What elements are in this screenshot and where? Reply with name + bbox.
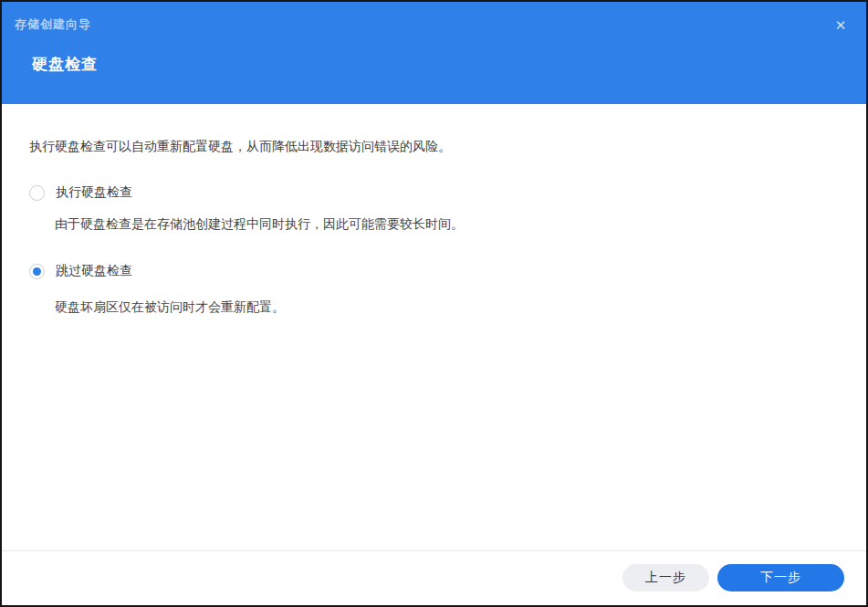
radio-option-description: 由于硬盘检查是在存储池创建过程中同时执行，因此可能需要较长时间。 (55, 215, 839, 233)
radio-option-description: 硬盘坏扇区仅在被访问时才会重新配置。 (55, 298, 839, 316)
back-button[interactable]: 上一步 (622, 564, 709, 591)
footer-divider (2, 550, 866, 551)
dialog-header: 存储创建向导 硬盘检查 ✕ (2, 2, 866, 104)
radio-option-label: 跳过硬盘检查 (56, 263, 132, 279)
radio-option-label: 执行硬盘检查 (56, 184, 132, 201)
intro-text: 执行硬盘检查可以自动重新配置硬盘，从而降低出现数据访问错误的风险。 (29, 137, 839, 155)
next-button[interactable]: 下一步 (717, 564, 844, 591)
dialog-content: 执行硬盘检查可以自动重新配置硬盘，从而降低出现数据访问错误的风险。 执行硬盘检查… (2, 137, 866, 316)
page-title: 硬盘检查 (32, 54, 98, 75)
radio-button-selected[interactable] (29, 264, 45, 279)
radio-button-unselected[interactable] (29, 185, 45, 201)
dialog-footer: 上一步 下一步 (622, 564, 844, 591)
radio-option-skip-check[interactable]: 跳过硬盘检查 (29, 263, 839, 279)
radio-option-perform-check[interactable]: 执行硬盘检查 (29, 184, 839, 201)
wizard-title: 存储创建向导 (15, 16, 91, 33)
storage-wizard-dialog: 存储创建向导 硬盘检查 ✕ 执行硬盘检查可以自动重新配置硬盘，从而降低出现数据访… (0, 0, 868, 607)
close-icon[interactable]: ✕ (830, 15, 852, 37)
